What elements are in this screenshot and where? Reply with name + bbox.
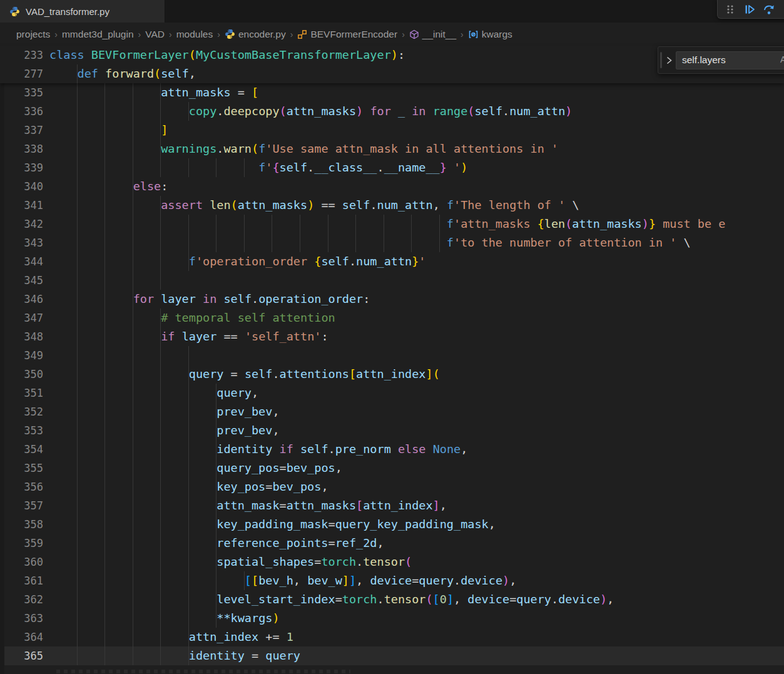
line-number[interactable]: 355 [0, 459, 43, 477]
code-line-348[interactable]: 348if layer == 'self_attn': [0, 327, 784, 346]
code-line-352[interactable]: 352prev_bev, [0, 402, 784, 421]
breadcrumb-item-BEVFormerEncoder[interactable]: BEVFormerEncoder [297, 29, 397, 40]
line-content: query = self.attentions[attn_index]( [49, 367, 440, 380]
line-number[interactable]: 347 [0, 309, 43, 327]
code-line-338[interactable]: 338warnings.warn(f'Use same attn_mask in… [0, 140, 784, 158]
code-line-356[interactable]: 356key_pos=bev_pos, [0, 477, 784, 496]
line-number[interactable]: 350 [0, 365, 43, 384]
line-number[interactable]: 357 [0, 496, 43, 515]
breadcrumb-item-kwargs[interactable]: kwargs [468, 29, 512, 40]
line-number[interactable]: 363 [0, 609, 43, 628]
code-line-360[interactable]: 360spatial_shapes=torch.tensor( [0, 553, 784, 571]
line-number[interactable]: 338 [0, 140, 43, 158]
python-icon [9, 6, 20, 17]
line-number[interactable]: 352 [0, 402, 43, 421]
line-number[interactable]: 341 [0, 196, 43, 215]
token: , [607, 593, 614, 606]
line-number[interactable]: 356 [0, 477, 43, 496]
breadcrumb-item-__init__[interactable]: __init__ [409, 29, 456, 40]
line-number[interactable]: 342 [0, 215, 43, 233]
line-number[interactable]: 348 [0, 327, 43, 346]
line-number[interactable]: 360 [0, 553, 43, 571]
line-number[interactable]: 335 [0, 83, 43, 102]
code-line-364[interactable]: 364attn_index += 1 [0, 628, 784, 646]
code-line-361[interactable]: 361[[bev_h, bev_w]], device=query.device… [0, 571, 784, 590]
code-line-353[interactable]: 353prev_bev, [0, 421, 784, 440]
code-line-341[interactable]: 341assert len(attn_masks) == self.num_at… [0, 196, 784, 215]
line-number[interactable]: 361 [0, 571, 43, 590]
token [293, 442, 300, 456]
code-line-349[interactable]: 349 [0, 346, 784, 365]
gripper-icon[interactable] [723, 2, 738, 17]
line-number[interactable]: 233 [0, 46, 43, 64]
line-number[interactable]: 277 [0, 64, 43, 83]
code-area[interactable]: 335attn_masks = [336copy.deepcopy(attn_m… [0, 83, 784, 665]
tab-vad-transformer[interactable]: VAD_transformer.py [0, 0, 165, 23]
code-line-344[interactable]: 344f'operation_order {self.num_attn}' [0, 252, 784, 271]
token [154, 292, 161, 305]
code-line-357[interactable]: 357attn_mask=attn_masks[attn_index], [0, 496, 784, 515]
token: prev_bev [216, 424, 272, 437]
token: self [342, 198, 370, 212]
code-line-345[interactable]: 345 [0, 271, 784, 290]
breadcrumb-item-mmdet3d_plugin[interactable]: mmdet3d_plugin [62, 29, 134, 40]
code-line-343[interactable]: 343f'to the number of attention in ' \ [0, 233, 784, 252]
code-line-355[interactable]: 355query_pos=bev_pos, [0, 459, 784, 477]
line-number[interactable]: 351 [0, 384, 43, 402]
line-number[interactable]: 349 [0, 346, 43, 365]
code-line-340[interactable]: 340else: [0, 177, 784, 196]
line-number[interactable]: 345 [0, 271, 43, 290]
line-number[interactable]: 343 [0, 233, 43, 252]
chevron-right-icon[interactable] [662, 49, 676, 71]
line-number[interactable]: 344 [0, 252, 43, 271]
code-line-350[interactable]: 350query = self.attentions[attn_index]( [0, 365, 784, 384]
line-number[interactable]: 340 [0, 177, 43, 196]
code-line-347[interactable]: 347# temporal self attention [0, 309, 784, 327]
line-number[interactable]: 358 [0, 515, 43, 534]
debug-step-over-icon[interactable] [761, 2, 776, 17]
token: layer [182, 330, 217, 343]
indent-guides [49, 140, 161, 158]
match-case-icon[interactable]: Aa [780, 54, 784, 64]
debug-continue-icon[interactable] [742, 2, 757, 17]
line-number[interactable]: 353 [0, 421, 43, 440]
line-number[interactable]: 336 [0, 102, 43, 121]
breadcrumb-item-modules[interactable]: modules [176, 29, 213, 40]
breadcrumb-item-VAD[interactable]: VAD [145, 29, 165, 40]
code-line-359[interactable]: 359reference_points=ref_2d, [0, 534, 784, 553]
token: . [216, 142, 223, 155]
code-line-342[interactable]: 342f'attn_masks {len(attn_masks)} must b… [0, 215, 784, 233]
token: self [474, 105, 502, 118]
token [363, 105, 370, 118]
code-line-365[interactable]: 365identity = query [0, 646, 784, 665]
token: = [509, 593, 516, 606]
breadcrumb-item-encoder.py[interactable]: encoder.py [225, 29, 286, 40]
breadcrumb-item-projects[interactable]: projects [16, 29, 50, 40]
code-line-351[interactable]: 351query, [0, 384, 784, 402]
token: attn_masks [572, 217, 641, 230]
code-line-346[interactable]: 346for layer in self.operation_order: [0, 290, 784, 309]
line-number[interactable]: 339 [0, 158, 43, 177]
code-line-336[interactable]: 336copy.deepcopy(attn_masks) for _ in ra… [0, 102, 784, 121]
line-number[interactable]: 337 [0, 121, 43, 140]
token: identity [189, 649, 245, 662]
find-input[interactable] [676, 52, 782, 69]
editor-pane[interactable]: 233class BEVFormerLayer(MyCustomBaseTran… [0, 46, 784, 674]
code-line-339[interactable]: 339f'{self.__class__.__name__} ') [0, 158, 784, 177]
line-number[interactable]: 364 [0, 628, 43, 646]
code-line-362[interactable]: 362level_start_index=torch.tensor([0], d… [0, 590, 784, 609]
line-number[interactable]: 346 [0, 290, 43, 309]
indent-guides [49, 628, 189, 646]
code-line-354[interactable]: 354identity if self.pre_norm else None, [0, 440, 784, 459]
tab-bar: VAD_transformer.py [0, 0, 784, 23]
line-number[interactable]: 365 [0, 646, 43, 665]
code-line-337[interactable]: 337] [0, 121, 784, 140]
token: bev_w [307, 574, 342, 587]
code-line-358[interactable]: 358key_padding_mask=query_key_padding_ma… [0, 515, 784, 534]
code-line-363[interactable]: 363**kwargs) [0, 609, 784, 628]
token: device [558, 593, 600, 606]
line-number[interactable]: 359 [0, 534, 43, 553]
code-line-335[interactable]: 335attn_masks = [ [0, 83, 784, 102]
line-number[interactable]: 354 [0, 440, 43, 459]
line-number[interactable]: 362 [0, 590, 43, 609]
